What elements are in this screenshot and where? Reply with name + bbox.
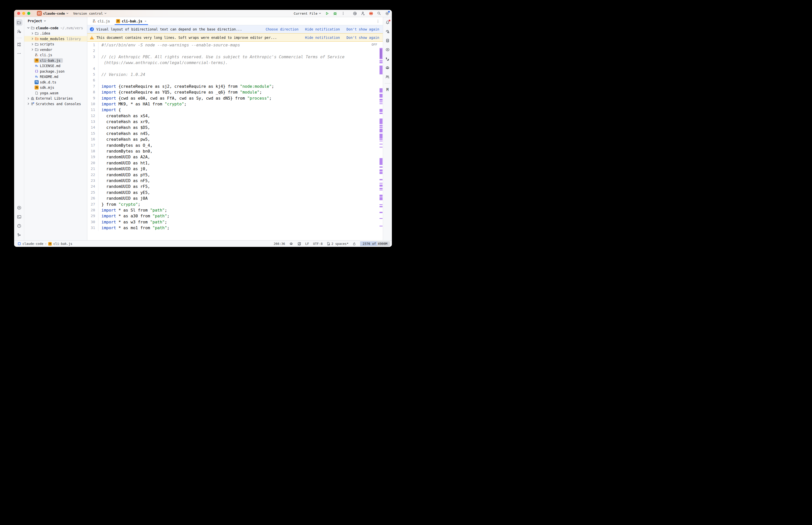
code-line[interactable]: 17 randomBytes as O_4, xyxy=(87,142,379,148)
run-icon[interactable] xyxy=(325,11,329,16)
zoom-window-button[interactable] xyxy=(27,12,30,15)
code-line[interactable]: 16 createHash as pw5, xyxy=(87,136,379,142)
tab-options-icon[interactable]: ⋮ xyxy=(376,19,380,23)
code-line[interactable]: 30import * as w3 from "path"; xyxy=(87,219,379,225)
code-line[interactable]: 5// Version: 1.0.24 xyxy=(87,72,379,77)
project-folder-icon[interactable] xyxy=(16,19,23,26)
code-line[interactable]: 27} from "crypto"; xyxy=(87,201,379,207)
code-line[interactable]: 25 randomUUID as yE5, xyxy=(87,190,379,195)
git-branch-icon[interactable] xyxy=(16,232,23,238)
memory-indicator[interactable]: 2376 of 4900M xyxy=(360,241,390,246)
line-number[interactable]: 6 xyxy=(87,77,99,83)
code-line[interactable]: 24 randomUUID as rF5, xyxy=(87,183,379,189)
titlebar[interactable]: CC claude-code Version control Current F… xyxy=(14,10,392,17)
plugins-icon[interactable] xyxy=(384,56,391,62)
code-line[interactable]: 8import {createRequire as YQ5, createReq… xyxy=(87,89,379,95)
line-number[interactable]: 28 xyxy=(87,207,99,213)
tree-item-scripts[interactable]: scripts xyxy=(24,42,87,47)
line-number[interactable]: 5 xyxy=(87,72,99,77)
chevron-right-icon[interactable] xyxy=(30,32,34,35)
ai-assistant-icon[interactable] xyxy=(384,28,391,35)
banner-link-don-t-show-again[interactable]: Don't show again xyxy=(346,27,379,31)
problems-icon[interactable] xyxy=(16,223,23,229)
indent-widget[interactable]: 2 spaces* xyxy=(326,242,349,245)
debug-icon[interactable] xyxy=(333,11,337,16)
line-number[interactable]: 24 xyxy=(87,183,99,189)
line-number[interactable]: 25 xyxy=(87,190,99,195)
code-line[interactable]: 14 createHash as $D5, xyxy=(87,124,379,130)
run-configuration-selector[interactable]: Current File xyxy=(294,12,321,15)
chevron-right-icon[interactable] xyxy=(30,48,34,51)
breadcrumb[interactable]: claude-code › JS cli-bak.js xyxy=(18,242,72,245)
code-line[interactable]: 20 randomUUID as ht1, xyxy=(87,160,379,166)
line-number[interactable]: 30 xyxy=(87,219,99,225)
tree-item-package-json[interactable]: {}package.json xyxy=(24,69,87,74)
notifications-icon[interactable] xyxy=(384,19,391,26)
code-line[interactable]: 10import MK9, * as HA1 from "crypto"; xyxy=(87,101,379,107)
line-number[interactable]: 29 xyxy=(87,213,99,219)
line-number[interactable]: 31 xyxy=(87,225,99,231)
line-number[interactable]: 16 xyxy=(87,136,99,142)
more-icon[interactable] xyxy=(341,11,345,16)
code-line[interactable]: 2 xyxy=(87,48,379,54)
tree-item-vendor[interactable]: vendor xyxy=(24,47,87,52)
line-number[interactable]: 21 xyxy=(87,166,99,172)
add-user-icon[interactable] xyxy=(360,11,365,16)
line-number[interactable]: 20 xyxy=(87,160,99,166)
inspections-off-icon[interactable] xyxy=(297,242,301,246)
banner-link-hide-notification[interactable]: Hide notification xyxy=(305,35,340,40)
highlighting-off-badge[interactable]: OFF xyxy=(371,43,377,46)
editor-scrollbar[interactable] xyxy=(379,42,383,240)
code-editor[interactable]: OFF 1#!/usr/bin/env -S node --no-warning… xyxy=(87,42,383,240)
breadcrumb-project[interactable]: claude-code xyxy=(23,242,43,245)
breadcrumb-file[interactable]: cli-bak.js xyxy=(53,242,72,245)
banner-link-don-t-show-again[interactable]: Don't show again xyxy=(346,35,379,40)
line-ending-widget[interactable]: LF xyxy=(305,242,309,245)
caret-position[interactable]: 266:36 xyxy=(274,242,285,245)
tree-item-cli-js[interactable]: 100JScli.js xyxy=(24,52,87,58)
terminal-icon[interactable] xyxy=(16,214,23,220)
line-number[interactable]: 14 xyxy=(87,124,99,130)
line-number[interactable]: 4 xyxy=(87,66,99,72)
code-line[interactable]: 23 randomUUID as nF5, xyxy=(87,178,379,183)
code-line[interactable]: 13 createHash as xr9, xyxy=(87,119,379,124)
code-line[interactable]: 3// (c) Anthropic PBC. All rights reserv… xyxy=(87,54,379,60)
chevron-right-icon[interactable] xyxy=(26,97,30,100)
banner-link-choose-direction[interactable]: Choose direction xyxy=(266,27,298,31)
line-number[interactable]: 10 xyxy=(87,101,99,107)
code-line[interactable]: 19 randomUUID as A2A, xyxy=(87,154,379,160)
tree-item-yoga-wasm[interactable]: yoga.wasm xyxy=(24,90,87,96)
project-panel-header[interactable]: Project xyxy=(24,17,87,25)
code-line[interactable]: 18 randomBytes as bn0, xyxy=(87,148,379,154)
line-number[interactable]: 23 xyxy=(87,178,99,183)
more-tool-windows-icon[interactable] xyxy=(16,50,23,57)
line-number[interactable]: 9 xyxy=(87,95,99,101)
gateway-icon[interactable]: M xyxy=(384,87,391,93)
settings-icon[interactable] xyxy=(385,11,389,16)
line-number[interactable]: 13 xyxy=(87,119,99,124)
code-line[interactable]: 4 xyxy=(87,66,379,72)
tree-item-sdk-d-ts[interactable]: TSsdk.d.ts xyxy=(24,79,87,85)
line-number[interactable]: 18 xyxy=(87,148,99,154)
code-lines[interactable]: 1#!/usr/bin/env -S node --no-warnings --… xyxy=(87,42,379,240)
tree-item-sdk-mjs[interactable]: JSsdk.mjs xyxy=(24,85,87,91)
line-number[interactable]: 11 xyxy=(87,107,99,113)
database-icon[interactable] xyxy=(384,37,391,44)
close-window-button[interactable] xyxy=(17,12,20,15)
structure-icon[interactable] xyxy=(16,41,23,48)
line-number[interactable]: 26 xyxy=(87,195,99,201)
tree-item-readme-md[interactable]: M↓README.md xyxy=(24,74,87,80)
chevron-right-icon[interactable] xyxy=(30,43,34,46)
tree-item-license-md[interactable]: M↓LICENSE.md xyxy=(24,63,87,69)
run-hexagon-icon[interactable] xyxy=(16,205,23,211)
code-line[interactable]: 28import * as Sl from "path"; xyxy=(87,207,379,213)
tree-item-claude-code[interactable]: claude-code~/.nvm/vers xyxy=(24,25,87,31)
copilot-status-icon[interactable] xyxy=(289,242,293,246)
line-number[interactable] xyxy=(87,60,99,65)
pull-requests-icon[interactable]: ? xyxy=(16,28,23,35)
code-line[interactable]: 6 xyxy=(87,77,379,83)
no-distractions-icon[interactable] xyxy=(384,46,391,53)
line-number[interactable]: 1 xyxy=(87,42,99,48)
line-number[interactable]: 8 xyxy=(87,89,99,95)
vcs-widget[interactable]: Version control xyxy=(73,12,106,15)
